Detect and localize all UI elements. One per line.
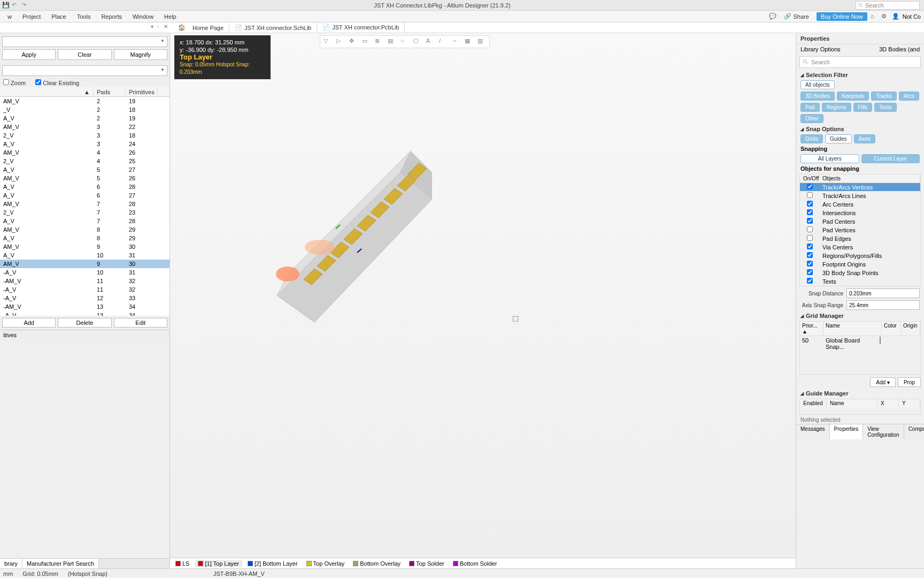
- snap-object-row[interactable]: Pad Centers: [800, 217, 920, 226]
- footprint-row[interactable]: 2_V425: [0, 157, 170, 165]
- clear-existing-check[interactable]: Clear Existing: [35, 79, 79, 86]
- tab-mps[interactable]: Manufacturer Part Search: [22, 559, 99, 568]
- guides-pill[interactable]: Guides: [825, 134, 852, 143]
- apply-button[interactable]: Apply: [2, 49, 56, 60]
- snap-object-row[interactable]: Footprint Origins: [800, 260, 920, 269]
- col-pads[interactable]: Pads: [94, 88, 126, 96]
- filter-pill-3d-bodies[interactable]: 3D Bodies: [800, 92, 835, 101]
- snap-object-row[interactable]: Track/Arcs Vertices: [800, 183, 920, 192]
- grid-properties-button[interactable]: Prop: [898, 377, 921, 387]
- snap-object-row[interactable]: Regions/Polygons/Fills: [800, 252, 920, 260]
- top-overlay-tab[interactable]: Top Overlay: [303, 560, 348, 567]
- stack-icon[interactable]: ▤: [388, 37, 396, 46]
- ls-tab[interactable]: LS: [172, 560, 192, 567]
- footprint-row[interactable]: -AM_V1132: [0, 277, 170, 285]
- snap-object-row[interactable]: Arc Centers: [800, 200, 920, 209]
- footprint-row[interactable]: AM_V322: [0, 123, 170, 131]
- tab-components[interactable]: Compo: [904, 424, 924, 439]
- menu-place[interactable]: Place: [46, 12, 72, 21]
- top-layer-tab[interactable]: [1] Top Layer: [195, 560, 242, 567]
- snap-object-row[interactable]: Via Centers: [800, 243, 920, 252]
- panel-restore-icon[interactable]: ▫: [157, 24, 163, 29]
- undo-icon[interactable]: ↶: [12, 2, 19, 9]
- magnify-button[interactable]: Magnify: [114, 49, 167, 60]
- buy-button[interactable]: Buy Online Now: [817, 12, 867, 21]
- bottom-layer-tab[interactable]: [2] Bottom Layer: [244, 560, 301, 567]
- footprint-row[interactable]: A_V219: [0, 114, 170, 123]
- footprint-row[interactable]: -A_V1031: [0, 268, 170, 277]
- user-icon[interactable]: 👤: [892, 13, 899, 20]
- tab-messages[interactable]: Messages: [796, 424, 830, 439]
- col-y[interactable]: Y: [899, 399, 920, 407]
- footprint-row[interactable]: A_V628: [0, 182, 170, 191]
- col-name[interactable]: Name: [823, 322, 882, 336]
- text-icon[interactable]: A: [426, 37, 435, 46]
- add-grid-button[interactable]: Add ▾: [870, 377, 896, 387]
- footprint-row[interactable]: -A_V1334: [0, 311, 170, 316]
- align-icon[interactable]: ≣: [375, 37, 383, 46]
- snap-distance-input[interactable]: [846, 288, 920, 298]
- redo-icon[interactable]: ↷: [21, 2, 29, 9]
- filter-pill-tracks[interactable]: Tracks: [871, 92, 897, 101]
- filter-pill-pad[interactable]: Pad: [800, 103, 820, 112]
- edit-footprint-button[interactable]: Edit: [114, 318, 167, 328]
- menu-project[interactable]: Project: [17, 12, 46, 21]
- col-priority[interactable]: Prior... ▲: [800, 322, 823, 336]
- mode-combo[interactable]: [2, 65, 167, 76]
- col-color[interactable]: Color: [882, 322, 901, 336]
- col-objects[interactable]: Objects: [819, 174, 920, 182]
- tab-properties[interactable]: Properties: [830, 424, 864, 439]
- footprint-row[interactable]: -A_V1132: [0, 285, 170, 294]
- poly-icon[interactable]: ⬠: [413, 37, 422, 46]
- top-solder-tab[interactable]: Top Solder: [406, 560, 448, 567]
- gear-icon[interactable]: ⚙: [881, 13, 889, 20]
- comment-icon[interactable]: 💬: [769, 13, 776, 20]
- filter-pill-fills[interactable]: Fills: [853, 103, 873, 112]
- home-tab-icon[interactable]: 🏠: [176, 22, 187, 33]
- footprint-row[interactable]: A_V324: [0, 140, 170, 148]
- footprint-row[interactable]: AM_V930: [0, 242, 170, 251]
- footprint-row[interactable]: 2_V318: [0, 131, 170, 140]
- col-origin[interactable]: Origin: [901, 322, 920, 336]
- array-icon[interactable]: ▥: [478, 37, 486, 46]
- zoom-check[interactable]: Zoom: [3, 79, 26, 86]
- add-footprint-button[interactable]: Add: [2, 318, 56, 328]
- save-icon[interactable]: 💾: [2, 2, 10, 9]
- snap-object-row[interactable]: Texts: [800, 277, 920, 286]
- delete-footprint-button[interactable]: Delete: [58, 318, 111, 328]
- grids-pill[interactable]: Grids: [800, 134, 823, 143]
- menu-tools[interactable]: Tools: [72, 12, 96, 21]
- properties-search[interactable]: Search: [799, 56, 921, 68]
- footprint-row[interactable]: A_V527: [0, 165, 170, 174]
- col-guide-name[interactable]: Name: [827, 399, 877, 407]
- axes-pill[interactable]: Axes: [854, 134, 875, 143]
- tab-view-config[interactable]: View Configuration: [863, 424, 904, 439]
- grid-icon[interactable]: ▦: [465, 37, 473, 46]
- tab-library[interactable]: brary: [0, 559, 22, 568]
- footprint-row[interactable]: AM_V426: [0, 148, 170, 157]
- selection-filter-section[interactable]: Selection Filter: [796, 70, 924, 79]
- snap-object-row[interactable]: Pad Vertices: [800, 226, 920, 234]
- col-onoff[interactable]: On/Off: [800, 174, 819, 182]
- col-name[interactable]: ▲: [0, 88, 94, 96]
- footprint-row[interactable]: _V218: [0, 105, 170, 114]
- dim-icon[interactable]: ↔: [452, 37, 460, 46]
- grid-row[interactable]: 50 Global Board Snap...: [800, 336, 920, 351]
- snap-options-section[interactable]: Snap Options: [796, 124, 924, 133]
- footprint-row[interactable]: A_V829: [0, 234, 170, 242]
- tab-schlib[interactable]: 📄JST XH connector.SchLib: [229, 23, 317, 32]
- snap-object-row[interactable]: Pad Edges: [800, 234, 920, 243]
- footprint-row[interactable]: A_V728: [0, 217, 170, 225]
- footprint-row[interactable]: A_V1031: [0, 251, 170, 260]
- snap-object-row[interactable]: Track/Arcs Lines: [800, 192, 920, 200]
- current-layer-pill[interactable]: Current Layer: [861, 154, 920, 163]
- share-button[interactable]: 🔗Share: [780, 12, 813, 20]
- tab-home[interactable]: Home Page: [187, 24, 229, 32]
- col-x[interactable]: X: [877, 399, 899, 407]
- grid-manager-section[interactable]: Grid Manager: [796, 311, 924, 320]
- menu-help[interactable]: Help: [159, 12, 182, 21]
- footprint-row[interactable]: -AM_V1334: [0, 302, 170, 311]
- footprint-row[interactable]: AM_V829: [0, 225, 170, 234]
- footprint-list[interactable]: AM_V219_V218A_V219AM_V3222_V318A_V324AM_…: [0, 97, 170, 316]
- filter-pill-other[interactable]: Other: [800, 114, 823, 123]
